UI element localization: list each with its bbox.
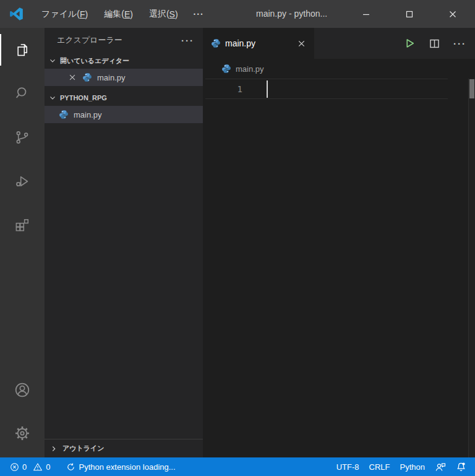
encoding-indicator[interactable]: UTF-8 bbox=[332, 457, 364, 476]
search-icon bbox=[14, 85, 31, 102]
activity-bar-bottom bbox=[0, 368, 45, 457]
status-bar-left: 0 0 Python extension loading... bbox=[0, 457, 181, 476]
error-count: 0 bbox=[22, 462, 27, 472]
sidebar-title: エクスプローラー bbox=[57, 35, 122, 46]
run-icon bbox=[403, 37, 416, 50]
editor-actions: ··· bbox=[403, 28, 475, 59]
activity-bar bbox=[0, 28, 45, 457]
settings-button[interactable] bbox=[0, 412, 45, 455]
menu-edit[interactable]: 編集(E) bbox=[96, 0, 141, 28]
warning-count: 0 bbox=[46, 462, 50, 472]
activitybar-extensions[interactable] bbox=[0, 204, 45, 248]
menu-selection-key: S bbox=[169, 9, 175, 19]
menu-file-key: F bbox=[80, 9, 85, 19]
error-icon bbox=[10, 462, 19, 472]
file-item-filename: main.py bbox=[74, 110, 102, 119]
encoding-label: UTF-8 bbox=[336, 462, 359, 472]
outline-label: アウトライン bbox=[62, 444, 105, 453]
minimize-icon bbox=[361, 9, 371, 19]
source-control-icon bbox=[14, 129, 31, 146]
minimize-button[interactable] bbox=[352, 0, 380, 28]
files-icon bbox=[14, 41, 31, 58]
python-file-icon bbox=[221, 64, 231, 74]
sync-spin-icon bbox=[66, 462, 75, 472]
split-editor-button[interactable] bbox=[429, 38, 440, 50]
editor-group: main.py bbox=[203, 28, 475, 457]
bell-icon bbox=[456, 462, 466, 472]
menu-edit-label: 編集( bbox=[104, 9, 124, 20]
activitybar-run-debug[interactable] bbox=[0, 160, 45, 204]
chevron-down-icon bbox=[48, 56, 57, 65]
activitybar-search[interactable] bbox=[0, 72, 45, 116]
vscode-logo-icon bbox=[9, 7, 24, 21]
menu-selection-label-end: ) bbox=[175, 9, 178, 19]
folder-name-label: PYTHON_RPG bbox=[60, 94, 107, 102]
status-bar: 0 0 Python extension loading... UTF-8 CR… bbox=[0, 457, 475, 476]
outline-section-header[interactable]: アウトライン bbox=[45, 439, 203, 457]
feedback-icon bbox=[435, 462, 446, 472]
explorer-sidebar: エクスプローラー ··· 開いているエディター bbox=[45, 28, 203, 457]
eol-indicator[interactable]: CRLF bbox=[364, 457, 395, 476]
menu-selection[interactable]: 選択(S) bbox=[141, 0, 186, 28]
open-editors-label: 開いているエディター bbox=[60, 56, 129, 66]
menu-edit-label-end: ) bbox=[130, 9, 133, 19]
close-window-button[interactable] bbox=[439, 0, 467, 28]
menu-selection-label: 選択( bbox=[149, 9, 169, 20]
python-file-icon bbox=[59, 110, 69, 119]
account-icon bbox=[14, 381, 31, 399]
problems-indicator[interactable]: 0 0 bbox=[5, 457, 55, 476]
file-item-mainpy[interactable]: main.py bbox=[45, 106, 203, 123]
language-mode-indicator[interactable]: Python bbox=[395, 457, 430, 476]
split-editor-icon bbox=[429, 38, 440, 50]
folder-header-python-rpg[interactable]: PYTHON_RPG bbox=[45, 90, 203, 106]
explorer-more-actions-icon[interactable]: ··· bbox=[181, 35, 194, 46]
open-editor-item-mainpy[interactable]: main.py bbox=[45, 69, 203, 86]
menu-file-label-end: ) bbox=[85, 9, 88, 19]
status-message: Python extension loading... bbox=[79, 462, 175, 472]
current-line-highlight: 1 bbox=[205, 79, 448, 99]
notification-dot bbox=[462, 462, 464, 465]
feedback-button[interactable] bbox=[430, 457, 451, 476]
open-editors-header[interactable]: 開いているエディター bbox=[45, 53, 203, 69]
run-python-file-button[interactable] bbox=[403, 37, 416, 50]
close-editor-icon[interactable] bbox=[68, 73, 77, 82]
close-icon bbox=[448, 9, 458, 19]
gear-icon bbox=[14, 425, 31, 442]
menu-file-label: ファイル( bbox=[41, 9, 80, 20]
overview-ruler-cursor-mark bbox=[469, 79, 474, 98]
open-editor-filename: main.py bbox=[97, 73, 126, 82]
window-title: main.py - python... bbox=[256, 0, 327, 28]
breadcrumb-filename: main.py bbox=[236, 64, 264, 74]
close-tab-icon[interactable] bbox=[295, 37, 308, 50]
maximize-button[interactable] bbox=[395, 0, 424, 28]
menu-overflow-icon[interactable]: ··· bbox=[186, 0, 212, 28]
line-number: 1 bbox=[205, 79, 242, 100]
activitybar-source-control[interactable] bbox=[0, 116, 45, 160]
workbench: エクスプローラー ··· 開いているエディター bbox=[0, 28, 475, 457]
account-button[interactable] bbox=[0, 368, 45, 412]
status-bar-right: UTF-8 CRLF Python bbox=[332, 457, 475, 476]
python-file-icon bbox=[82, 72, 92, 82]
tab-mainpy[interactable]: main.py bbox=[203, 28, 314, 59]
notifications-button[interactable] bbox=[451, 457, 471, 476]
more-actions-icon[interactable]: ··· bbox=[453, 38, 466, 49]
extensions-icon bbox=[14, 217, 31, 234]
eol-label: CRLF bbox=[369, 462, 390, 472]
tab-label: main.py bbox=[225, 38, 255, 48]
titlebar: ファイル(F) 編集(E) 選択(S) ··· main.py - python… bbox=[0, 0, 475, 28]
maximize-icon bbox=[404, 9, 414, 19]
text-cursor bbox=[267, 80, 268, 98]
chevron-down-icon bbox=[48, 93, 57, 102]
tab-bar: main.py bbox=[203, 28, 475, 59]
run-debug-icon bbox=[14, 173, 31, 190]
menu-file[interactable]: ファイル(F) bbox=[33, 0, 96, 28]
warning-icon bbox=[33, 462, 43, 472]
overview-ruler[interactable] bbox=[468, 79, 475, 457]
activitybar-explorer[interactable] bbox=[0, 28, 45, 72]
python-loading-status[interactable]: Python extension loading... bbox=[61, 457, 180, 476]
breadcrumb[interactable]: main.py bbox=[203, 59, 475, 79]
sidebar-empty-space bbox=[45, 123, 203, 439]
python-file-icon bbox=[211, 38, 221, 48]
sidebar-title-row: エクスプローラー ··· bbox=[45, 28, 203, 53]
code-editor[interactable]: 1 bbox=[203, 79, 475, 457]
